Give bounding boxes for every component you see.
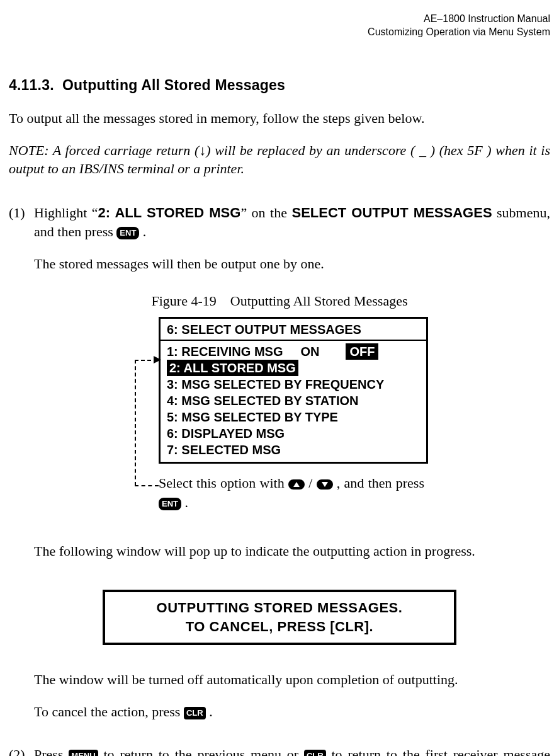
manual-subtitle: Customizing Operation via Menu System (9, 26, 550, 39)
figure-diagram: 6: SELECT OUTPUT MESSAGES 1: RECEIVING M… (108, 317, 448, 513)
menu-row-7: 7: SELECTED MSG (167, 442, 420, 458)
manual-title: AE–1800 Instruction Manual (9, 13, 550, 26)
step-1-result: The stored messages will then be output … (34, 255, 550, 274)
step-2: (2) Press MENU to return to the previous… (9, 745, 550, 756)
up-arrow-key-icon (288, 479, 305, 490)
menu-key-icon: MENU (69, 750, 98, 756)
menu-panel-title: 6: SELECT OUTPUT MESSAGES (161, 319, 426, 341)
auto-close-text: The window will be turned off automatica… (34, 670, 550, 690)
section-heading: 4.11.3. Outputting All Stored Messages (9, 77, 550, 94)
menu-row-5: 5: MSG SELECTED BY TYPE (167, 409, 420, 425)
step-1-instruction: Highlight “2: ALL STORED MSG” on the SEL… (34, 203, 550, 243)
intro-paragraph: To output all the messages stored in mem… (9, 109, 550, 129)
menu-row-2-highlight: 2: ALL STORED MSG (167, 360, 298, 376)
popup-window: OUTPUTTING STORED MESSAGES. TO CANCEL, P… (103, 590, 456, 644)
section-number: 4.11.3. (9, 77, 54, 93)
page-header: AE–1800 Instruction Manual Customizing O… (9, 13, 550, 39)
para-after-popup: The window will be turned off automatica… (9, 670, 550, 722)
para-popup-intro: The following window will pop up to indi… (9, 542, 550, 578)
figure-subcaption: Select this option with / , and then pre… (159, 474, 424, 513)
menu-panel: 6: SELECT OUTPUT MESSAGES 1: RECEIVING M… (159, 317, 428, 464)
step-1: (1) Highlight “2: ALL STORED MSG” on the… (9, 203, 550, 280)
ent-key-icon: ENT (116, 227, 139, 239)
menu-row-1-label: 1: RECEIVING MSG (167, 345, 283, 358)
leader-arrowhead-icon (154, 356, 162, 367)
svg-marker-0 (154, 356, 161, 364)
leader-line-vertical (135, 360, 136, 486)
figure-caption: Figure 4-19 Outputting All Stored Messag… (9, 293, 550, 309)
note-paragraph: NOTE: A forced carriage return (↓) will … (9, 142, 550, 178)
svg-marker-1 (293, 482, 300, 487)
step-2-body: Press MENU to return to the previous men… (34, 745, 550, 756)
menu-item-all-stored-msg: 2: ALL STORED MSG (98, 205, 241, 220)
step-1-number: (1) (9, 203, 26, 280)
step-2-number: (2) (9, 745, 26, 756)
popup-intro-text: The following window will pop up to indi… (34, 542, 550, 561)
section-title-text: Outputting All Stored Messages (62, 77, 285, 93)
leader-line-bottom (135, 485, 159, 486)
menu-row-1-on: ON (300, 345, 319, 358)
menu-row-3: 3: MSG SELECTED BY FREQUENCY (167, 376, 420, 392)
menu-row-1-off-selected: OFF (346, 343, 378, 360)
svg-marker-2 (322, 482, 328, 487)
submenu-name: SELECT OUTPUT MESSAGES (291, 205, 492, 220)
menu-panel-body: 1: RECEIVING MSGONOFF 2: ALL STORED MSG … (161, 341, 426, 462)
down-arrow-key-icon (317, 479, 333, 490)
ent-key-icon: ENT (159, 498, 181, 510)
popup-line-2: TO CANCEL, PRESS [CLR]. (113, 617, 446, 636)
menu-row-2: 2: ALL STORED MSG (167, 360, 420, 376)
popup-line-1: OUTPUTTING STORED MESSAGES. (113, 598, 446, 617)
clr-key-icon: CLR (304, 750, 326, 756)
menu-row-4: 4: MSG SELECTED BY STATION (167, 392, 420, 409)
cancel-text: To cancel the action, press CLR . (34, 702, 550, 722)
menu-row-6: 6: DISPLAYED MSG (167, 425, 420, 442)
clr-key-icon: CLR (184, 707, 206, 719)
step-1-body: Highlight “2: ALL STORED MSG” on the SEL… (34, 203, 550, 280)
menu-row-1: 1: RECEIVING MSGONOFF (167, 343, 420, 360)
